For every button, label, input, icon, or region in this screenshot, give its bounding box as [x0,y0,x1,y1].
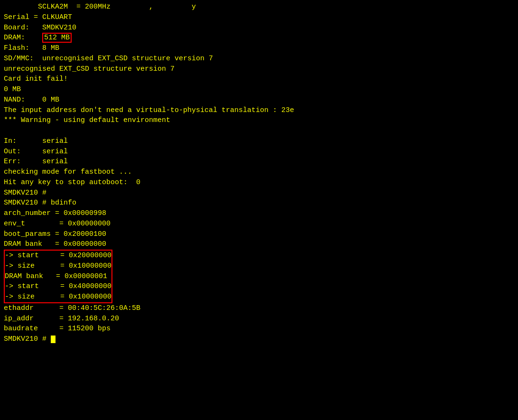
line-start1: -> start = 0x20000000 [5,251,111,261]
line-size2: -> size = 0x10000000 [5,292,111,302]
line-baudrate: baudrate = 115200 bps [4,324,514,334]
line-serial: Serial = CLKUART [4,12,514,23]
line-board: Board: SMDKV210 [4,23,514,33]
line-err: Err: serial [4,157,514,167]
line-prompt-final[interactable]: SMDKV210 # [4,334,514,345]
cursor [51,336,56,343]
terminal: SCLKA2M = 200MHz , y Serial = CLKUART Bo… [0,0,518,420]
line-dram-bank0: DRAM bank = 0x00000000 [4,239,514,250]
line-translation: The input address don't need a virtual-t… [4,105,514,116]
line-boot-params: boot_params = 0x20000100 [4,229,514,240]
dram-size-box: 512 MB [42,33,72,43]
line-sdmmc: SD/MMC: unrecognised EXT_CSD structure v… [4,54,514,64]
line-size1: -> size = 0x10000000 [5,261,111,271]
dram-section-box: -> start = 0x20000000 -> size = 0x100000… [4,250,112,303]
line-sclka: SCLKA2M = 200MHz , y [4,2,514,12]
line-ipaddr: ip_addr = 192.168.0.20 [4,314,514,324]
line-0mb: 0 MB [4,84,514,95]
line-fastboot: checking mode for fastboot ... [4,167,514,177]
line-dram-bank1: DRAM bank = 0x00000001 [5,271,111,282]
line-out: Out: serial [4,147,514,157]
line-unrecognised: unrecognised EXT_CSD structure version 7 [4,64,514,75]
line-nand: NAND: 0 MB [4,95,514,105]
line-envt: env_t = 0x00000000 [4,219,514,229]
line-prompt1: SMDKV210 # [4,188,514,198]
line-dram: DRAM: 512 MB [4,33,514,43]
line-autoboot: Hit any key to stop autoboot: 0 [4,177,514,188]
line-flash: Flash: 8 MB [4,43,514,54]
line-card-init: Card init fail! [4,74,514,84]
line-in: In: serial [4,136,514,147]
line-bdinfo-cmd: SMDKV210 # bdinfo [4,198,514,208]
line-ethaddr: ethaddr = 00:40:5C:26:0A:5B [4,303,514,314]
line-arch: arch_number = 0x00000998 [4,208,514,219]
line-warning: *** Warning - using default environment [4,115,514,126]
line-start2: -> start = 0x40000000 [5,281,111,292]
line-blank [4,126,514,136]
